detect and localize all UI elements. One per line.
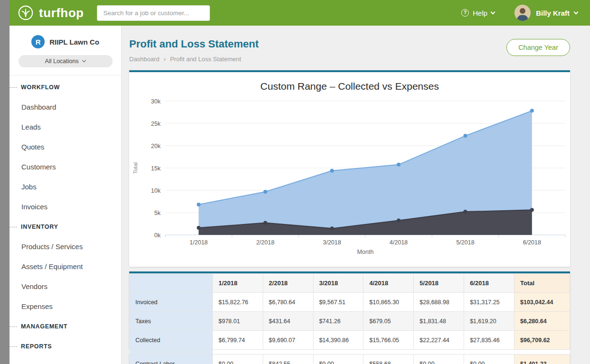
help-menu[interactable]: ? Help <box>461 9 495 17</box>
cell-total: $96,709.62 <box>514 331 570 350</box>
company-logo: R <box>31 35 45 48</box>
cell: $1,619.20 <box>464 312 514 331</box>
table-row-invoiced: Invoiced $15,822.76 $6,780.64 $9,567.51 … <box>130 293 570 312</box>
pnl-area-chart: 0k5k10k15k20k25k30k1/20182/20183/20184/2… <box>129 94 570 265</box>
svg-text:3/2018: 3/2018 <box>323 239 341 246</box>
chevron-down-icon <box>82 58 86 62</box>
pnl-table-card: 1/2018 2/2018 3/2018 4/2018 5/2018 6/201… <box>129 271 570 364</box>
page-title: Profit and Loss Statement <box>129 38 259 50</box>
row-label: Taxes <box>130 312 213 331</box>
brand-name: turfhop <box>39 6 84 20</box>
cell: $15,822.76 <box>213 293 263 312</box>
row-label: Contract Labor <box>130 355 213 364</box>
col-header-month: 4/2018 <box>363 274 414 293</box>
cell: $6,780.64 <box>263 293 313 312</box>
nav-section-workflow: WORKFLOW <box>10 77 121 97</box>
row-label: Invoiced <box>130 293 213 312</box>
svg-text:1/2018: 1/2018 <box>190 239 208 246</box>
pnl-table: 1/2018 2/2018 3/2018 4/2018 5/2018 6/201… <box>129 273 570 364</box>
svg-text:5/2018: 5/2018 <box>456 239 474 246</box>
svg-text:2/2018: 2/2018 <box>256 239 274 246</box>
sidebar-item-quotes[interactable]: Quotes <box>10 137 121 157</box>
cell: $9,690.07 <box>263 331 313 350</box>
sidebar-nav: WORKFLOW Dashboard Leads Quotes Customer… <box>10 75 121 364</box>
col-header-month: 5/2018 <box>414 274 464 293</box>
top-navbar: turfhop ? Help Billy Kraft <box>10 0 590 26</box>
sidebar-item-invoices[interactable]: Invoices <box>10 197 121 217</box>
turfhop-sprout-icon <box>17 4 34 21</box>
tree-dash-icon <box>10 327 17 327</box>
cell: $1,831.48 <box>414 312 464 331</box>
company-block: R RIIPL Lawn Co All Locations <box>10 26 121 75</box>
chevron-down-icon <box>491 9 495 14</box>
search-input[interactable] <box>97 5 210 21</box>
cell: $0.00 <box>464 355 514 364</box>
cell: $6,799.74 <box>213 331 263 350</box>
help-icon: ? <box>461 9 469 17</box>
cell: $0.00 <box>313 355 363 364</box>
avatar-image <box>514 5 531 21</box>
table-row-collected: Collected $6,799.74 $9,690.07 $14,390.86… <box>130 331 570 350</box>
cell: $9,567.51 <box>313 293 363 312</box>
sidebar-item-vendors[interactable]: Vendors <box>10 277 121 297</box>
svg-text:0k: 0k <box>154 232 161 239</box>
user-name[interactable]: Billy Kraft <box>536 9 570 17</box>
topbar-right: ? Help Billy Kraft <box>461 5 578 21</box>
app-window: turfhop ? Help Billy Kraft <box>10 0 590 364</box>
svg-text:6/2018: 6/2018 <box>523 239 541 246</box>
company-name: RIIPL Lawn Co <box>49 38 99 46</box>
cell: $14,390.86 <box>313 331 363 350</box>
cell: $15,766.05 <box>363 331 414 350</box>
col-header-blank <box>130 274 213 293</box>
table-header-row: 1/2018 2/2018 3/2018 4/2018 5/2018 6/201… <box>130 274 570 293</box>
breadcrumb-dashboard[interactable]: Dashboard <box>129 56 160 63</box>
table-row-taxes: Taxes $978.01 $431.64 $741.26 $679.05 $1… <box>130 312 570 331</box>
change-year-button[interactable]: Change Year <box>506 39 570 56</box>
cell: $10,865.30 <box>363 293 414 312</box>
nav-section-super-admin[interactable]: SUPER ADMIN <box>10 356 121 364</box>
col-header-month: 2/2018 <box>263 274 313 293</box>
col-header-total: Total <box>514 274 570 293</box>
cell: $558.68 <box>363 355 414 364</box>
chevron-down-icon[interactable] <box>574 9 579 14</box>
tree-dash-icon <box>10 227 17 227</box>
table-group-spacer <box>130 350 570 355</box>
svg-text:25k: 25k <box>151 121 161 127</box>
cell: $0.00 <box>414 355 464 364</box>
breadcrumb: Dashboard › Profit and Loss Statement <box>129 56 259 63</box>
cell: $27,835.46 <box>464 331 514 350</box>
main-content: Profit and Loss Statement Dashboard › Pr… <box>122 26 590 364</box>
svg-text:Month: Month <box>357 249 374 255</box>
sidebar-item-assets-equipment[interactable]: Assets / Equipment <box>10 257 121 277</box>
sidebar-item-jobs[interactable]: Jobs <box>10 177 121 197</box>
col-header-month: 1/2018 <box>213 274 263 293</box>
sidebar-item-products-services[interactable]: Products / Services <box>10 237 121 257</box>
cell-total: $1,401.23 <box>514 355 570 364</box>
user-avatar[interactable] <box>514 5 531 21</box>
cell: $978.01 <box>213 312 263 331</box>
sidebar-item-expenses[interactable]: Expenses <box>10 297 121 317</box>
nav-section-reports[interactable]: REPORTS <box>10 336 121 356</box>
turfhop-logo[interactable]: turfhop <box>17 4 84 21</box>
cell: $0.00 <box>213 355 263 364</box>
chart-title: Custom Range – Collected vs Expenses <box>129 81 570 92</box>
sidebar-item-leads[interactable]: Leads <box>10 117 121 137</box>
cell-total: $103,042.44 <box>514 293 570 312</box>
col-header-month: 6/2018 <box>464 274 514 293</box>
sidebar-item-dashboard[interactable]: Dashboard <box>10 97 121 117</box>
cell: $679.05 <box>363 312 414 331</box>
nav-section-management[interactable]: MANAGEMENT <box>10 317 121 336</box>
breadcrumb-current: Profit and Loss Statement <box>170 56 241 63</box>
cell: $431.64 <box>263 312 313 331</box>
svg-text:20k: 20k <box>151 143 161 149</box>
cell: $28,688.98 <box>414 293 464 312</box>
pnl-chart-card: Custom Range – Collected vs Expenses 0k5… <box>129 70 570 267</box>
svg-text:Total: Total <box>133 162 138 174</box>
col-header-month: 3/2018 <box>313 274 363 293</box>
cell: $842.55 <box>263 355 313 364</box>
sidebar-item-customers[interactable]: Customers <box>10 157 121 177</box>
cell: $22,227.44 <box>414 331 464 350</box>
locations-dropdown[interactable]: All Locations <box>19 55 113 67</box>
tree-dash-icon <box>10 87 17 88</box>
svg-text:30k: 30k <box>151 98 161 105</box>
